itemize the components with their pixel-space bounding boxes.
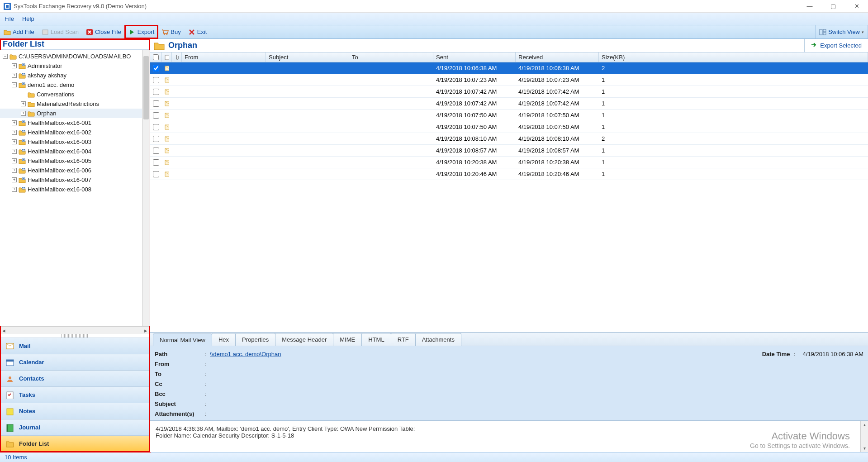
mail-icon	[162, 62, 172, 74]
tree-vertical-scrollbar[interactable]	[142, 50, 150, 326]
table-row[interactable]: 4/19/2018 10:07:42 AM 4/19/2018 10:07:42…	[150, 98, 868, 110]
table-row[interactable]: 4/19/2018 10:07:23 AM 4/19/2018 10:07:23…	[150, 74, 868, 86]
column-icon-attach[interactable]	[172, 52, 182, 62]
mail-icon	[162, 98, 172, 109]
mailbox-icon	[19, 167, 26, 174]
table-row[interactable]: 4/19/2018 10:06:38 AM 4/19/2018 10:06:38…	[150, 62, 868, 74]
switch-view-icon	[819, 29, 826, 36]
tree-item[interactable]: +HealthMailbox-ex16-001	[0, 118, 142, 128]
table-row[interactable]: 4/19/2018 10:08:10 AM 4/19/2018 10:08:10…	[150, 133, 868, 145]
tree-item[interactable]: +akshay akshay	[0, 71, 142, 80]
tab-html[interactable]: HTML	[361, 333, 391, 346]
nav-notes[interactable]: Notes	[0, 403, 150, 419]
right-panel: Orphan Export Selected From Subject To S…	[150, 39, 868, 452]
add-file-button[interactable]: Add File	[0, 25, 38, 38]
tab-normal-mail-view[interactable]: Normal Mail View	[153, 333, 212, 346]
row-checkbox[interactable]	[153, 171, 159, 177]
minimize-button[interactable]: —	[802, 2, 817, 11]
mail-icon	[162, 157, 172, 168]
nav-tasks[interactable]: Tasks	[0, 387, 150, 403]
table-row[interactable]: 4/19/2018 10:08:57 AM 4/19/2018 10:08:57…	[150, 145, 868, 157]
tree-horizontal-scrollbar[interactable]: ◂▸	[0, 326, 150, 334]
message-body: 4/19/2018 4:36:38 AM, Mailbox: 'demo1 ac…	[150, 420, 868, 452]
app-icon	[4, 3, 11, 10]
buy-button[interactable]: Buy	[158, 25, 184, 38]
tree-item[interactable]: +HealthMailbox-ex16-007	[0, 175, 142, 185]
row-checkbox[interactable]	[153, 89, 159, 95]
row-checkbox[interactable]	[153, 100, 159, 107]
tab-rtf[interactable]: RTF	[391, 333, 416, 346]
folder-icon	[154, 41, 165, 50]
svg-rect-6	[823, 29, 826, 32]
menu-help[interactable]: Help	[22, 15, 34, 22]
column-to[interactable]: To	[349, 52, 433, 62]
export-selected-button[interactable]: Export Selected	[804, 39, 868, 52]
table-row[interactable]: 4/19/2018 10:07:50 AM 4/19/2018 10:07:50…	[150, 110, 868, 121]
tree-item[interactable]: +MaterializedRestrictions	[0, 99, 142, 109]
table-row[interactable]: 4/19/2018 10:20:46 AM 4/19/2018 10:20:46…	[150, 168, 868, 180]
tree-item[interactable]: +HealthMailbox-ex16-003	[0, 137, 142, 147]
exit-icon	[188, 29, 195, 36]
tree-item[interactable]: +HealthMailbox-ex16-005	[0, 156, 142, 166]
page-icon	[165, 55, 169, 60]
nav-contacts[interactable]: Contacts	[0, 371, 150, 387]
tree-item[interactable]: +HealthMailbox-ex16-006	[0, 166, 142, 175]
body-vertical-scrollbar[interactable]: ▴▾	[860, 421, 868, 452]
nav-folderlist[interactable]: Folder List	[0, 436, 150, 452]
tree-item[interactable]: +Administrator	[0, 61, 142, 71]
nav-calendar[interactable]: Calendar	[0, 354, 150, 371]
calendar-icon	[5, 358, 14, 367]
svg-point-21	[9, 376, 11, 379]
tree-root[interactable]: −C:\USERS\ADMIN\DOWNLOADS\MAILBO	[0, 52, 142, 61]
menu-file[interactable]: File	[5, 15, 14, 22]
svg-rect-23	[7, 409, 13, 415]
nav-mail[interactable]: Mail	[0, 338, 150, 354]
svg-point-3	[164, 33, 165, 34]
row-checkbox[interactable]	[153, 77, 159, 83]
tab-mime[interactable]: MIME	[333, 333, 362, 346]
column-received[interactable]: Received	[516, 52, 599, 62]
tab-message-header[interactable]: Message Header	[275, 333, 333, 346]
tree-item[interactable]: −demo1 acc. demo	[0, 80, 142, 90]
tab-attachments[interactable]: Attachments	[415, 333, 461, 346]
tree-item[interactable]: +HealthMailbox-ex16-002	[0, 128, 142, 137]
load-scan-button[interactable]: Load Scan	[38, 25, 82, 38]
row-checkbox[interactable]	[153, 124, 159, 130]
column-checkbox[interactable]	[150, 52, 162, 62]
row-checkbox[interactable]	[153, 159, 159, 166]
row-checkbox[interactable]	[153, 112, 159, 119]
nav-journal[interactable]: Journal	[0, 419, 150, 436]
table-row[interactable]: 4/19/2018 10:07:50 AM 4/19/2018 10:07:50…	[150, 121, 868, 133]
tab-properties[interactable]: Properties	[235, 333, 275, 346]
exit-button[interactable]: Exit	[185, 25, 211, 38]
path-link[interactable]: \\demo1	[210, 351, 231, 357]
mailbox-icon	[19, 72, 26, 79]
column-icon-read[interactable]	[162, 52, 172, 62]
row-checkbox[interactable]	[153, 65, 159, 71]
folder-open-icon	[4, 29, 11, 36]
switch-view-button[interactable]: Switch View ▾	[815, 25, 868, 38]
table-row[interactable]: 4/19/2018 10:07:42 AM 4/19/2018 10:07:42…	[150, 86, 868, 98]
tree-item[interactable]: +HealthMailbox-ex16-008	[0, 185, 142, 194]
tree-item[interactable]: +Orphan	[0, 109, 142, 118]
table-row[interactable]: 4/19/2018 10:20:38 AM 4/19/2018 10:20:38…	[150, 157, 868, 168]
mailbox-icon	[19, 139, 26, 145]
folder-tree[interactable]: −C:\USERS\ADMIN\DOWNLOADS\MAILBO+Adminis…	[0, 50, 142, 326]
maximize-button[interactable]: ▢	[825, 2, 841, 11]
left-panel: Folder List −C:\USERS\ADMIN\DOWNLOADS\MA…	[0, 39, 150, 452]
row-checkbox[interactable]	[153, 148, 159, 154]
mail-icon	[162, 110, 172, 121]
row-checkbox[interactable]	[153, 136, 159, 142]
export-button[interactable]: Export	[125, 25, 158, 38]
column-from[interactable]: From	[182, 52, 266, 62]
tree-item[interactable]: +HealthMailbox-ex16-004	[0, 147, 142, 156]
cc-label: Cc	[155, 381, 204, 387]
close-window-button[interactable]: ✕	[849, 2, 864, 11]
tree-item[interactable]: Conversations	[0, 90, 142, 99]
column-subject[interactable]: Subject	[266, 52, 349, 62]
splitter-grip[interactable]	[62, 334, 89, 338]
column-sent[interactable]: Sent	[433, 52, 516, 62]
column-size[interactable]: Size(KB)	[599, 52, 868, 62]
tab-hex[interactable]: Hex	[212, 333, 236, 346]
close-file-button[interactable]: Close File	[82, 25, 125, 38]
